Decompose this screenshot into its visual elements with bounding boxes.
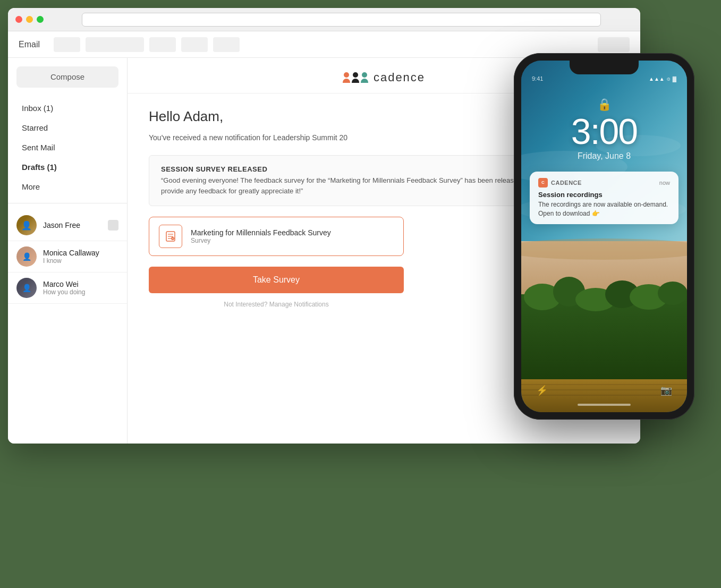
not-interested-link[interactable]: Not Interested? Manage Notifications [149,301,404,308]
fullscreen-button[interactable] [37,16,44,23]
survey-card[interactable]: Marketing for Millennials Feedback Surve… [149,217,404,256]
sidebar-item-inbox[interactable]: Inbox (1) [11,98,124,118]
signal-icon: ▲▲▲ [649,76,665,82]
avatar-marco: 👤 [16,278,37,298]
notif-time: now [659,180,670,186]
survey-icon [159,225,182,248]
app-label: Email [19,40,40,49]
close-button[interactable] [15,16,22,23]
phone-mockup: 9:41 ▲▲▲ ⌾ ▓ 🔒 3:00 Friday, June 8 C CAD… [514,53,710,436]
contact-preview-monica: I know [43,257,118,265]
brand-name: cadence [374,71,425,84]
lock-time: 3:00 [571,112,637,151]
logo-person-2 [352,72,359,83]
cadence-logo: cadence [343,71,425,84]
flashlight-icon[interactable]: ⚡ [536,385,548,396]
traffic-lights [15,16,44,23]
notif-app-icon: C [538,178,548,188]
phone-status-bar: 9:41 ▲▲▲ ⌾ ▓ [521,75,687,82]
contact-name-jason: Jason Free [43,221,101,229]
contact-name-monica: Monica Callaway [43,249,118,257]
sidebar: Compose Inbox (1) Starred Sent Mail Draf… [8,58,128,444]
compose-button[interactable]: Compose [16,66,118,88]
toolbar-btn-4[interactable] [181,37,208,52]
status-icons: ▲▲▲ ⌾ ▓ [649,75,676,82]
contact-info-jason: Jason Free [43,221,101,229]
avatar-monica: 👤 [16,246,37,267]
contact-item-monica[interactable]: 👤 Monica Callaway I know [8,241,127,272]
contact-info-marco: Marco Wei How you doing [43,280,118,296]
toolbar-btn-5[interactable] [213,37,240,52]
notif-app-name: CADENCE [551,180,659,186]
notif-title: Session recordings [538,191,670,199]
address-bar[interactable] [82,13,601,27]
lock-date: Friday, June 8 [578,151,631,161]
contact-item-jason[interactable]: 👤 Jason Free [8,210,127,241]
minimize-button[interactable] [26,16,33,23]
wifi-icon: ⌾ [667,75,671,82]
notification-card[interactable]: C CADENCE now Session recordings The rec… [530,172,678,225]
home-indicator[interactable] [578,404,631,406]
battery-icon: ▓ [673,76,676,82]
status-time: 9:41 [532,75,543,82]
logo-person-3 [361,72,368,83]
survey-card-subtitle: Survey [191,237,331,244]
notif-header: C CADENCE now [538,178,670,188]
notif-body: The recordings are now available on-dema… [538,200,670,218]
take-survey-button[interactable]: Take Survey [149,267,404,293]
toolbar-btn-3[interactable] [149,37,176,52]
unread-indicator-jason [108,220,118,231]
toolbar-btn-right[interactable] [598,37,630,52]
contact-item-marco[interactable]: 👤 Marco Wei How you doing [8,272,127,304]
phone-outer: 9:41 ▲▲▲ ⌾ ▓ 🔒 3:00 Friday, June 8 C CAD… [514,53,694,420]
survey-card-title: Marketing for Millennials Feedback Surve… [191,228,331,237]
contact-preview-marco: How you doing [43,288,118,296]
sidebar-item-drafts[interactable]: Drafts (1) [11,157,124,177]
camera-icon[interactable]: 📷 [660,385,672,396]
title-bar [8,8,640,31]
toolbar-btn-1[interactable] [54,37,80,52]
contact-name-marco: Marco Wei [43,280,118,288]
logo-person-1 [343,72,350,83]
sidebar-divider [8,203,127,203]
sidebar-item-starred[interactable]: Starred [11,118,124,138]
logo-icon [343,72,368,83]
sidebar-item-sent[interactable]: Sent Mail [11,138,124,157]
phone-inner: 9:41 ▲▲▲ ⌾ ▓ 🔒 3:00 Friday, June 8 C CAD… [521,61,687,412]
survey-card-info: Marketing for Millennials Feedback Surve… [191,228,331,244]
sidebar-item-more[interactable]: More [11,177,124,197]
lock-screen: 🔒 3:00 Friday, June 8 C CADENCE now Sess… [521,61,687,412]
toolbar-btn-2[interactable] [86,37,144,52]
contact-info-monica: Monica Callaway I know [43,249,118,265]
lock-icon: 🔒 [597,98,612,112]
phone-notch [570,61,639,74]
avatar-jason: 👤 [16,215,37,235]
